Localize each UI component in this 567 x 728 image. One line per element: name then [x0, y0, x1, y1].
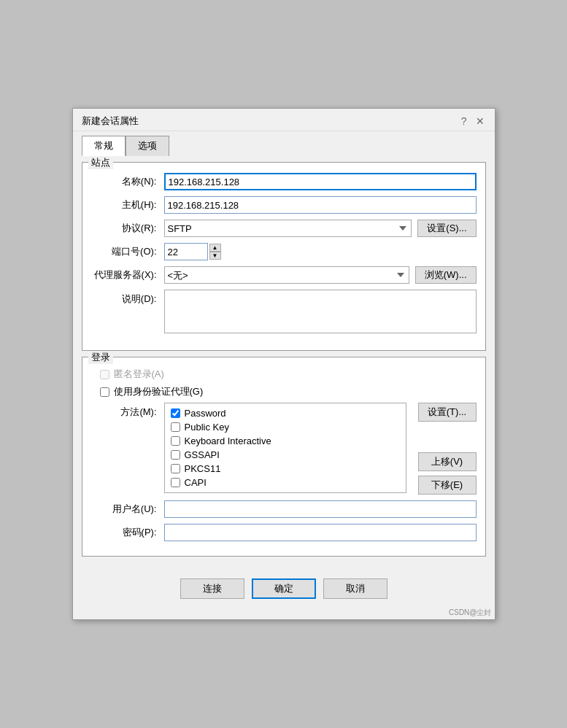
title-bar: 新建会话属性 ? ✕: [73, 109, 495, 131]
auth-agent-row: 使用身份验证代理(G): [91, 385, 477, 398]
method-publickey-checkbox[interactable]: [171, 422, 180, 432]
tabs: 常规 选项: [73, 131, 495, 156]
desc-row: 说明(D):: [91, 290, 477, 336]
port-wrapper: ▲ ▼: [164, 243, 477, 260]
station-form: 名称(N): 主机(H): 协议(R):: [91, 173, 477, 336]
method-gssapi-label: GSSAPI: [185, 449, 220, 460]
username-control: [164, 500, 477, 518]
desc-textarea[interactable]: [164, 290, 477, 333]
password-label: 密码(P):: [91, 526, 164, 539]
method-password-label: Password: [185, 408, 226, 419]
anonymous-label: 匿名登录(A): [114, 368, 164, 381]
tab-general[interactable]: 常规: [82, 136, 126, 156]
username-input[interactable]: [164, 500, 477, 518]
method-row: 方法(M): Password Public Key: [91, 403, 477, 495]
method-item-pkcs11: PKCS11: [168, 462, 403, 476]
desc-label: 说明(D):: [91, 293, 164, 306]
footer-buttons: 连接 确定 取消: [73, 571, 495, 608]
content: 站点 名称(N): 主机(H): 协: [73, 162, 495, 571]
anonymous-checkbox[interactable]: [100, 370, 109, 379]
port-label: 端口号(O):: [91, 245, 164, 258]
name-control: [164, 173, 477, 190]
method-item-capi: CAPI: [168, 476, 403, 489]
proxy-control: <无> 浏览(W)...: [164, 266, 477, 284]
username-row: 用户名(U):: [91, 500, 477, 518]
protocol-control: SFTP FTP SCP 设置(S)...: [164, 220, 477, 237]
ok-button[interactable]: 确定: [252, 578, 316, 599]
proxy-browse-button[interactable]: 浏览(W)...: [415, 266, 477, 284]
method-capi-checkbox[interactable]: [171, 478, 180, 487]
protocol-select[interactable]: SFTP FTP SCP: [164, 220, 412, 237]
method-pkcs11-checkbox[interactable]: [171, 464, 180, 473]
protocol-settings-button[interactable]: 设置(S)...: [417, 220, 476, 237]
desc-control: [164, 290, 477, 336]
password-control: [164, 524, 477, 541]
method-gssapi-checkbox[interactable]: [171, 450, 180, 460]
cancel-button[interactable]: 取消: [323, 578, 387, 599]
method-action-buttons: 设置(T)... 上移(V) 下移(E): [418, 403, 477, 495]
method-settings-button[interactable]: 设置(T)...: [418, 403, 477, 422]
tab-options[interactable]: 选项: [126, 136, 169, 156]
protocol-label: 协议(R):: [91, 222, 164, 235]
port-row: 端口号(O): ▲ ▼: [91, 243, 477, 260]
method-pkcs11-label: PKCS11: [185, 463, 221, 474]
username-label: 用户名(U):: [91, 503, 164, 516]
port-spinner: ▲ ▼: [209, 244, 221, 260]
name-label: 名称(N):: [91, 175, 164, 188]
method-keyboard-checkbox[interactable]: [171, 436, 180, 446]
method-password-checkbox[interactable]: [171, 408, 180, 418]
connect-button[interactable]: 连接: [180, 578, 244, 599]
dialog: 新建会话属性 ? ✕ 常规 选项 站点 名称(N):: [72, 108, 495, 620]
method-item-password: Password: [168, 406, 403, 420]
proxy-label: 代理服务器(X):: [91, 268, 164, 282]
host-row: 主机(H):: [91, 196, 477, 214]
method-label: 方法(M):: [91, 406, 164, 419]
method-item-keyboard: Keyboard Interactive: [168, 434, 403, 448]
anonymous-row: 匿名登录(A): [91, 368, 477, 381]
port-up-button[interactable]: ▲: [209, 244, 221, 252]
watermark: CSDN@尘封: [73, 608, 495, 619]
station-section: 站点 名称(N): 主机(H): 协: [82, 162, 486, 351]
login-section: 登录 匿名登录(A) 使用身份验证代理(G) 方法(M):: [82, 357, 486, 557]
auth-agent-checkbox[interactable]: [100, 387, 109, 397]
station-section-title: 站点: [88, 156, 113, 169]
method-list: Password Public Key Keyboard Interactive: [164, 403, 406, 493]
port-control: ▲ ▼: [164, 243, 477, 260]
close-button[interactable]: ✕: [474, 115, 486, 127]
method-keyboard-label: Keyboard Interactive: [185, 435, 271, 446]
method-capi-label: CAPI: [185, 477, 207, 488]
auth-agent-label: 使用身份验证代理(G): [114, 385, 204, 398]
method-move-up-button[interactable]: 上移(V): [418, 452, 477, 471]
method-publickey-label: Public Key: [185, 422, 229, 433]
host-label: 主机(H):: [91, 198, 164, 212]
password-row: 密码(P):: [91, 524, 477, 541]
method-item-gssapi: GSSAPI: [168, 448, 403, 462]
name-input[interactable]: [164, 173, 477, 190]
host-input[interactable]: [164, 196, 477, 214]
host-control: [164, 196, 477, 214]
name-row: 名称(N):: [91, 173, 477, 190]
login-form: 匿名登录(A) 使用身份验证代理(G) 方法(M):: [91, 368, 477, 541]
proxy-select[interactable]: <无>: [164, 266, 409, 284]
method-control: Password Public Key Keyboard Interactive: [164, 403, 477, 495]
login-section-title: 登录: [88, 351, 113, 364]
dialog-title: 新建会话属性: [82, 115, 139, 128]
port-down-button[interactable]: ▼: [209, 252, 221, 260]
password-input[interactable]: [164, 524, 477, 541]
title-buttons: ? ✕: [460, 115, 486, 127]
protocol-row: 协议(R): SFTP FTP SCP 设置(S)...: [91, 220, 477, 237]
method-move-down-button[interactable]: 下移(E): [418, 476, 477, 495]
port-input[interactable]: [164, 243, 208, 260]
help-button[interactable]: ?: [460, 115, 468, 127]
proxy-row: 代理服务器(X): <无> 浏览(W)...: [91, 266, 477, 284]
method-item-publickey: Public Key: [168, 420, 403, 434]
